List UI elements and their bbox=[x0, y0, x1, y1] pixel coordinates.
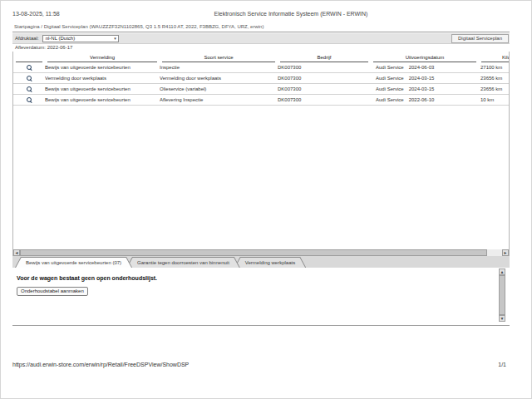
no-open-maintenance-message: Voor de wagen bestaat geen open onderhou… bbox=[17, 275, 510, 281]
cell-datum: 2024-03-15 bbox=[409, 76, 435, 81]
cell-vermelding: Vermelding door werkplaats bbox=[45, 76, 160, 81]
cell-vermelding: Bewijs van uitgevoerde servicebeurten bbox=[45, 65, 160, 70]
horizontal-scrollbar-track[interactable] bbox=[487, 249, 502, 256]
header-vermelding: Vermelding bbox=[45, 52, 160, 62]
horizontal-scrollbar-thumb[interactable] bbox=[20, 249, 487, 256]
magnifier-icon[interactable] bbox=[26, 86, 32, 92]
cell-soort-service: Vermelding door werkplaats bbox=[160, 76, 278, 81]
table-row: Bewijs van uitgevoerde servicebeurten In… bbox=[13, 62, 510, 73]
print-datetime: 13-08-2025, 11:58 bbox=[12, 11, 60, 17]
header-bedrijf: Bedrijf bbox=[278, 52, 371, 62]
tab-vermelding-werkplaats[interactable]: Vermelding werkplaats bbox=[234, 257, 306, 268]
footer-page-number: 1/1 bbox=[498, 362, 506, 367]
cell-kilometerstand: 23656 km bbox=[479, 76, 510, 81]
magnifier-icon[interactable] bbox=[26, 64, 32, 71]
cell-bedrijf: DK007300 bbox=[278, 86, 371, 91]
bottom-tabstrip: Bewijs van uitgevoerde servicebeurten (0… bbox=[12, 256, 510, 268]
cell-kilometerstand: 27100 km bbox=[479, 65, 510, 70]
language-select-value: nl-NL (Dutch) bbox=[46, 36, 75, 41]
scroll-up-icon: ▲ bbox=[500, 270, 505, 274]
cell-vermelding: Bewijs van uitgevoerde servicebeurten bbox=[45, 86, 160, 91]
page-title: Elektronisch Service Informatie Systeem … bbox=[62, 11, 520, 17]
cell-datum: 2024-03-15 bbox=[409, 86, 435, 91]
header-uitvoeringsdatum: Uitvoeringsdatum bbox=[371, 52, 479, 62]
cell-uitvoerder: Audi Service bbox=[376, 76, 404, 81]
horizontal-scrollbar[interactable]: ◄ ► bbox=[13, 249, 509, 256]
footer-url: https://audi.erwin-store.com/erwin/rp/Re… bbox=[12, 362, 189, 367]
cell-kilometerstand: 23656 km bbox=[479, 86, 510, 91]
scroll-down-icon: ▼ bbox=[500, 317, 505, 321]
scroll-down-button[interactable]: ▼ bbox=[499, 315, 505, 322]
header-icon-column bbox=[13, 52, 45, 62]
print-language-label: Afdruktaal: bbox=[15, 36, 39, 41]
cell-datum: 2024-06-03 bbox=[409, 65, 435, 70]
printed-page: 13-08-2025, 11:58 Elektronisch Service I… bbox=[0, 0, 532, 399]
maintenance-panel: Voor de wagen bestaat geen open onderhou… bbox=[12, 268, 510, 326]
vertical-scrollbar-thumb[interactable] bbox=[499, 275, 505, 315]
tab-garantie-doorroesten[interactable]: Garantie tegen doorroesten van binnenuit bbox=[126, 257, 240, 268]
service-table-frame: Vermelding Soort service Bedrijf Uitvoer… bbox=[12, 52, 510, 256]
cell-vermelding: Bewijs van uitgevoerde servicebeurten bbox=[45, 97, 160, 102]
cell-bedrijf: DK007300 bbox=[278, 76, 371, 81]
cell-datum: 2022-06-10 bbox=[409, 97, 435, 102]
cell-soort-service: Olieservice (variabel) bbox=[160, 86, 278, 91]
digitaal-serviceplan-tab[interactable]: Digitaal Serviceplan bbox=[451, 34, 509, 43]
scroll-left-icon: ◄ bbox=[15, 251, 19, 255]
tab-bewijs-servicebeurten[interactable]: Bewijs van uitgevoerde servicebeurten (0… bbox=[15, 257, 132, 268]
table-header-row: Vermelding Soort service Bedrijf Uitvoer… bbox=[13, 52, 510, 62]
cell-bedrijf: DK007300 bbox=[278, 97, 371, 102]
header-soort-service: Soort service bbox=[160, 52, 278, 62]
cell-uitvoerder: Audi Service bbox=[376, 86, 404, 91]
cell-soort-service: Aflevering Inspectie bbox=[160, 97, 278, 102]
magnifier-icon[interactable] bbox=[26, 75, 32, 81]
cell-bedrijf: DK007300 bbox=[278, 65, 371, 70]
scroll-up-button[interactable]: ▲ bbox=[499, 268, 505, 275]
cell-kilometerstand: 10 km bbox=[479, 97, 510, 102]
cell-soort-service: Inspectie bbox=[160, 65, 278, 70]
chevron-down-icon: ▾ bbox=[114, 37, 116, 41]
breadcrumb: Startpagina / Digitaal Serviceplan (WAUZ… bbox=[12, 24, 510, 32]
cell-uitvoerder: Audi Service bbox=[376, 97, 404, 102]
table-row: Bewijs van uitgevoerde servicebeurten Ol… bbox=[13, 84, 510, 95]
header-kilometerstand: Kilometerstand bbox=[479, 52, 510, 62]
print-header: 13-08-2025, 11:58 Elektronisch Service I… bbox=[12, 11, 520, 19]
magnifier-icon[interactable] bbox=[26, 96, 32, 103]
scroll-right-button[interactable]: ► bbox=[502, 249, 509, 256]
scroll-left-button[interactable]: ◄ bbox=[13, 249, 20, 256]
table-row: Vermelding door werkplaats Vermelding do… bbox=[13, 73, 510, 84]
table-row: Bewijs van uitgevoerde servicebeurten Af… bbox=[13, 95, 510, 106]
create-maintenance-table-button[interactable]: Onderhoudstabel aanmaken bbox=[17, 287, 88, 296]
scroll-right-icon: ► bbox=[504, 251, 508, 255]
language-select[interactable]: nl-NL (Dutch) ▾ bbox=[42, 35, 119, 42]
toolbar: Afdruktaal: nl-NL (Dutch) ▾ Digitaal Ser… bbox=[12, 33, 510, 44]
cell-uitvoerder: Audi Service bbox=[376, 65, 404, 70]
vertical-scrollbar[interactable]: ▲ ▼ bbox=[499, 268, 505, 322]
